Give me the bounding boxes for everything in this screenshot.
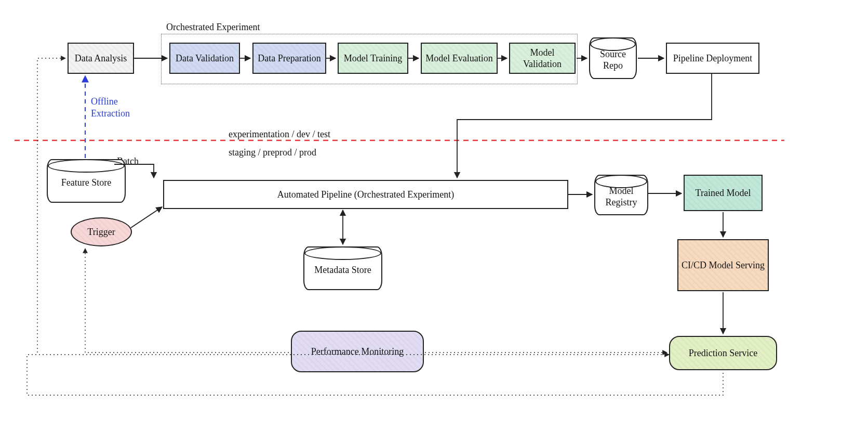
node-feature-store: Feature Store — [47, 159, 126, 203]
node-performance-monitoring: Performance Monitoring — [291, 331, 424, 372]
node-trained-model: Trained Model — [684, 175, 763, 211]
offline-extraction-label-1: Offline — [91, 96, 118, 107]
node-automated-pipeline: Automated Pipeline (Orchestrated Experim… — [163, 180, 568, 209]
text: Data Analysis — [75, 53, 127, 64]
node-model-training: Model Training — [338, 43, 408, 74]
text: Model Evaluation — [425, 53, 492, 64]
node-trigger: Trigger — [71, 217, 132, 246]
env-bottom-label: staging / preprod / prod — [229, 147, 316, 158]
text: Feature Store — [61, 177, 111, 189]
node-prediction-service: Prediction Service — [669, 336, 777, 370]
node-model-registry: Model Registry — [594, 175, 648, 215]
offline-extraction-label-2: Extraction — [91, 108, 130, 119]
text: Model Training — [344, 53, 403, 64]
text: Data Validation — [176, 53, 234, 64]
node-data-analysis: Data Analysis — [68, 43, 134, 74]
text: Data Preparation — [258, 53, 321, 64]
node-data-validation: Data Validation — [169, 43, 240, 74]
node-pipeline-deployment: Pipeline Deployment — [666, 43, 759, 74]
text: Trained Model — [696, 187, 751, 199]
text: Model Validation — [513, 47, 571, 70]
node-cicd-model-serving: CI/CD Model Serving — [677, 239, 769, 291]
diagram-canvas: Orchestrated Experiment Data Analysis Da… — [0, 0, 868, 443]
env-top-label: experimentation / dev / test — [229, 129, 330, 140]
text: Source Repo — [593, 48, 633, 72]
text: Model Registry — [598, 185, 644, 209]
svg-line-8 — [131, 207, 162, 228]
node-model-evaluation: Model Evaluation — [421, 43, 498, 74]
node-model-validation: Model Validation — [509, 43, 576, 74]
text: Automated Pipeline (Orchestrated Experim… — [277, 189, 454, 201]
node-source-repo: Source Repo — [589, 37, 637, 79]
text: Pipeline Deployment — [673, 53, 752, 64]
text: Metadata Store — [314, 264, 371, 276]
text: Prediction Service — [689, 347, 757, 359]
text: CI/CD Model Serving — [682, 259, 765, 271]
text: Trigger — [87, 226, 115, 238]
text: Performance Monitoring — [311, 346, 404, 358]
node-data-preparation: Data Preparation — [252, 43, 326, 74]
orchestrated-experiment-label: Orchestrated Experiment — [166, 22, 260, 33]
node-metadata-store: Metadata Store — [303, 246, 382, 290]
